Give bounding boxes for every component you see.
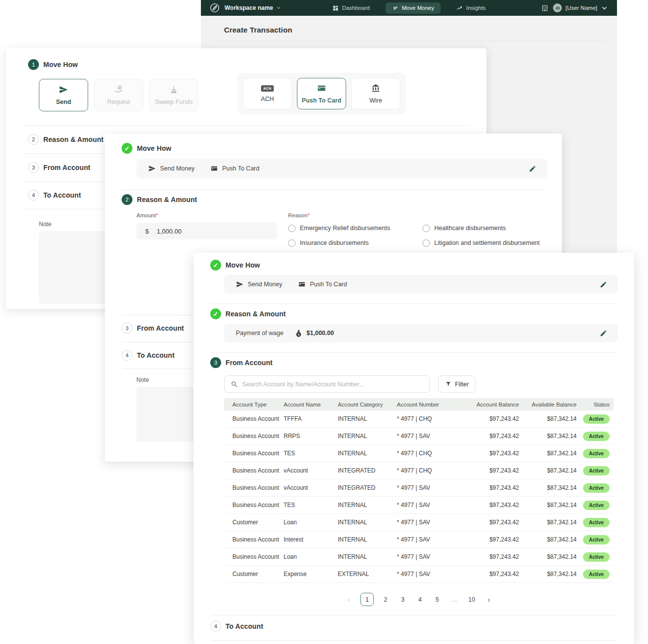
nav-move-money[interactable]: Move Money: [386, 2, 441, 14]
cell-status: Active: [577, 552, 614, 562]
cell-account-category: INTERNAL: [338, 450, 397, 457]
broom-icon: [169, 85, 179, 95]
account-table-row[interactable]: Business Account Interest INTERNAL * 497…: [224, 531, 614, 548]
account-table-body: Business Account TFFFA INTERNAL * 4977 |…: [224, 410, 614, 583]
option-send[interactable]: Send: [39, 79, 88, 111]
step-move-how: 1 Move How: [28, 59, 78, 70]
amount-label: Amount*: [136, 212, 158, 218]
radio-label: Litigation and settlement disbursement: [434, 239, 540, 246]
wizard-panel-from-account: ✓ Move How Send Money Push To Card ✓ Rea…: [194, 253, 634, 644]
filter-button[interactable]: Filter: [438, 375, 476, 393]
user-menu[interactable]: JD [User Name]: [553, 3, 608, 12]
amount-field[interactable]: $ 1,000.00: [136, 223, 277, 239]
step-title: Move How: [137, 144, 171, 152]
radio-emergency-relief[interactable]: Emergency Relief disbursements: [288, 223, 422, 233]
radio-litigation[interactable]: Litigation and settlement disbursement: [422, 238, 557, 248]
step-title: To Account: [137, 351, 174, 359]
account-table-row[interactable]: Business Account RRPS INTERNAL * 4977 | …: [224, 428, 614, 445]
summary-push-to-card: Push To Card: [222, 165, 259, 172]
search-input[interactable]: [242, 381, 423, 388]
cell-account-type: Business Account: [224, 502, 284, 508]
ach-badge-icon: ACH: [261, 85, 274, 92]
pagination-page-4[interactable]: 4: [415, 593, 425, 606]
nav-dashboard[interactable]: Dashboard: [328, 2, 374, 14]
cell-account-balance: $97,243.42: [461, 415, 519, 422]
edit-reason-amount-button[interactable]: [600, 330, 607, 337]
step-to-account-collapsed: 4 To Account: [210, 621, 263, 632]
account-table-row[interactable]: Business Account TES INTERNAL * 4977 | C…: [224, 445, 614, 462]
divider: [211, 640, 616, 641]
option-request[interactable]: Request: [94, 79, 143, 111]
radio-insurance[interactable]: Insurance disbursements: [288, 238, 422, 248]
nav-insights[interactable]: Insights: [453, 2, 490, 14]
step-title: Reason & Amount: [226, 310, 286, 318]
pagination-prev[interactable]: ‹: [343, 593, 354, 606]
account-table-row[interactable]: Customer Expense EXTERNAL * 4977 | SAV $…: [224, 566, 614, 583]
step-title: Reason & Amount: [137, 196, 197, 203]
cell-account-name: RRPS: [284, 433, 338, 440]
move-money-icon: [392, 5, 398, 11]
step-number: 4: [122, 350, 132, 361]
cell-account-name: Interest: [284, 536, 338, 543]
account-table-row[interactable]: Business Account TFFFA INTERNAL * 4977 |…: [224, 410, 614, 428]
method-wire[interactable]: Wire: [351, 78, 400, 109]
edit-move-how-button[interactable]: [529, 165, 536, 172]
cell-account-number: * 4977 | SAV: [397, 571, 461, 577]
chevron-down-icon: [276, 5, 281, 10]
pagination: ‹ 12345...10 ›: [224, 593, 614, 606]
account-table-row[interactable]: Customer Loan INTERNAL * 4977 | SAV $97,…: [224, 514, 614, 531]
pagination-page-2[interactable]: 2: [380, 593, 391, 606]
pagination-next[interactable]: ›: [484, 593, 494, 606]
pagination-page-3[interactable]: 3: [397, 593, 408, 606]
radio-icon: [422, 225, 430, 232]
bank-icon: [371, 83, 381, 93]
pagination-page-10[interactable]: 10: [466, 593, 477, 606]
account-table-row[interactable]: Business Account TES INTERNAL * 4977 | S…: [224, 497, 614, 514]
summary-send-money: Send Money: [160, 165, 194, 172]
organization-button[interactable]: [541, 4, 549, 12]
account-table-row[interactable]: Business Account vAccount INTEGRATED * 4…: [224, 479, 614, 497]
account-table-row[interactable]: Business Account vAccount INTEGRATED * 4…: [224, 462, 614, 479]
move-how-summary: Send Money Push To Card: [224, 275, 618, 294]
workspace-selector[interactable]: Workspace name: [225, 4, 281, 11]
cell-account-number: * 4977 | CHQ: [397, 450, 461, 457]
cell-available-balance: $87,342.14: [519, 502, 577, 508]
cell-account-name: vAccount: [284, 467, 338, 474]
method-push-to-card[interactable]: Push To Card: [297, 78, 346, 109]
radio-healthcare[interactable]: Healthcare disbursements: [422, 223, 557, 233]
cell-account-number: * 4977 | SAV: [397, 433, 461, 440]
radio-label: Emergency Relief disbursements: [300, 225, 390, 232]
pagination-page-1[interactable]: 1: [360, 593, 374, 606]
pagination-page-5[interactable]: 5: [432, 593, 443, 606]
cell-account-category: INTERNAL: [338, 519, 397, 526]
step-title: Move How: [43, 61, 78, 68]
card-icon: [298, 280, 306, 288]
cell-account-category: EXTERNAL: [338, 571, 397, 577]
radio-icon: [422, 239, 430, 247]
cell-account-type: Business Account: [224, 450, 284, 457]
status-badge: Active: [583, 518, 610, 527]
account-table-row[interactable]: Business Account Loan INTERNAL * 4977 | …: [224, 548, 614, 566]
cell-account-category: INTERNAL: [338, 502, 397, 508]
radio-icon: [288, 239, 295, 247]
step-number: 4: [210, 621, 221, 632]
cell-account-type: Customer: [224, 571, 284, 577]
cell-account-type: Business Account: [224, 433, 284, 440]
reason-amount-summary: Payment of wage $1,000.00: [224, 324, 618, 342]
table-header-row: Account Type Account Name Account Catego…: [224, 398, 614, 410]
check-icon: ✓: [210, 308, 221, 319]
step-title: To Account: [226, 622, 263, 630]
edit-move-how-button[interactable]: [600, 281, 607, 288]
option-request-label: Request: [107, 99, 130, 105]
step-title: From Account: [137, 324, 184, 332]
option-sweep-funds[interactable]: Sweep Funds: [149, 79, 198, 111]
cell-account-number: * 4977 | CHQ: [397, 467, 461, 474]
search-icon: [230, 380, 238, 388]
radio-label: Healthcare disbursements: [434, 225, 506, 232]
cell-account-name: TES: [284, 450, 338, 457]
step-reason-amount: 2 Reason & Amount: [122, 194, 197, 205]
insights-icon: [456, 5, 463, 11]
cell-account-type: Business Account: [224, 467, 284, 474]
method-ach[interactable]: ACH ACH: [243, 78, 292, 109]
step-move-how-done: ✓ Move How: [210, 260, 260, 271]
